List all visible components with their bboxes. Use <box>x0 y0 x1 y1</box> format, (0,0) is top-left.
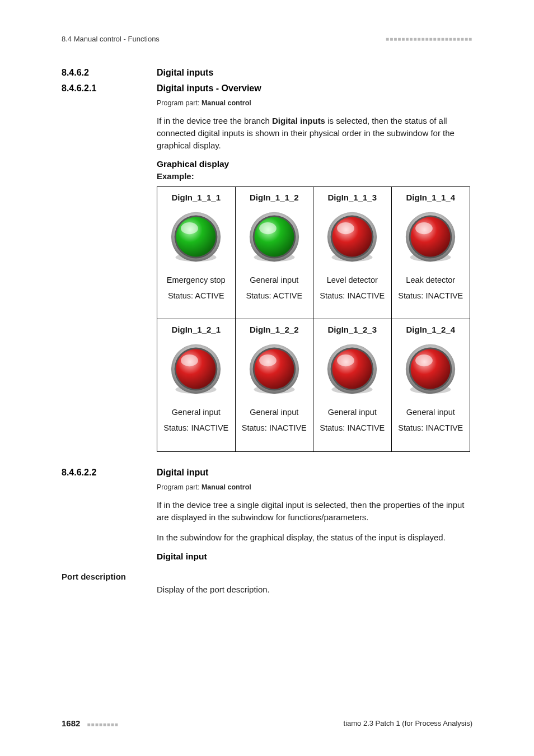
footer-dots: ■■■■■■■■ <box>87 721 119 727</box>
digital-input-label: General input <box>328 407 377 418</box>
status-lamp-inactive-icon <box>404 210 457 264</box>
digital-input-heading: Digital input <box>157 552 472 562</box>
digital-input-status: Status: INAC­TIVE <box>242 423 307 434</box>
digital-inputs-grid: DigIn_1_1_1 Emergency stopStatus: ACTIVE… <box>157 186 470 452</box>
running-header: 8.4 Manual control - Functions ■■■■■■■■■… <box>62 35 472 43</box>
digital-input-label: Emergency stop <box>167 275 226 286</box>
digital-input-cell: DigIn_1_1_3 Level detectorStatus: INAC­T… <box>313 187 392 319</box>
input-paragraph-1: If in the device tree a single digital i… <box>157 499 472 524</box>
digital-input-label: General input <box>250 275 298 286</box>
svg-point-39 <box>415 354 433 366</box>
footer-product: tiamo 2.3 Patch 1 (for Process Analysis) <box>344 719 472 727</box>
digital-input-id: DigIn_1_1_3 <box>327 193 377 202</box>
digital-input-label: General input <box>406 407 455 418</box>
digital-input-label: General input <box>172 407 221 418</box>
section-digital-input: 8.4.6.2.2 Digital input <box>62 468 472 478</box>
status-lamp-inactive-icon <box>404 342 457 396</box>
port-description-body: Display of the port description. <box>157 584 472 596</box>
example-label: Example: <box>157 171 472 181</box>
digital-input-id: DigIn_1_2_2 <box>250 325 299 334</box>
digital-input-cell: DigIn_1_2_3 General inputStatus: INAC­TI… <box>313 319 392 451</box>
status-lamp-inactive-icon <box>247 342 301 396</box>
status-lamp-inactive-icon <box>169 342 223 396</box>
digital-input-status: Status: INAC­TIVE <box>163 423 228 434</box>
svg-point-29 <box>259 354 277 366</box>
status-lamp-active-icon <box>247 210 301 264</box>
section-digital-inputs-overview: 8.4.6.2.1 Digital inputs - Overview <box>62 83 472 94</box>
page-number-value: 1682 <box>62 718 80 728</box>
section-digital-inputs: 8.4.6.2 Digital inputs <box>62 68 472 78</box>
digital-input-cell: DigIn_1_2_4 General inputStatus: INAC­TI… <box>392 319 470 451</box>
digital-input-id: DigIn_1_2_1 <box>171 325 221 334</box>
svg-point-8 <box>254 217 294 257</box>
svg-point-23 <box>176 349 216 389</box>
digital-input-cell: DigIn_1_1_1 Emergency stopStatus: ACTIVE <box>157 187 236 319</box>
section-title: Digital inputs <box>157 68 213 78</box>
section-number: 8.4.6.2.1 <box>62 83 157 94</box>
digital-input-status: Status: INAC­TIVE <box>320 291 385 302</box>
svg-point-4 <box>181 222 198 234</box>
status-lamp-inactive-icon <box>325 342 379 396</box>
section-title: Digital input <box>157 468 208 478</box>
header-dots: ■■■■■■■■■■■■■■■■■■■■■■ <box>386 36 472 42</box>
digital-input-cell: DigIn_1_2_1 General inputStatus: INAC­TI… <box>157 319 236 451</box>
digital-input-cell: DigIn_1_1_2 General inputStatus: ACTIVE <box>236 187 314 319</box>
svg-point-33 <box>332 349 372 389</box>
digital-input-cell: DigIn_1_1_4 Leak detectorStatus: INAC­TI… <box>392 187 470 319</box>
digital-input-cell: DigIn_1_2_2 General inputStatus: INAC­TI… <box>236 319 314 451</box>
svg-point-18 <box>411 217 451 257</box>
program-part-line: Program part: Manual control <box>157 483 472 491</box>
overview-p1-a: If in the device tree the branch <box>157 116 272 125</box>
section-number: 8.4.6.2 <box>62 68 157 78</box>
digital-input-status: Status: INAC­TIVE <box>320 423 385 434</box>
svg-point-34 <box>337 354 354 366</box>
program-part-prefix: Program part: <box>157 483 202 491</box>
port-description-label: Port description <box>62 572 157 581</box>
program-part-prefix: Program part: <box>157 99 202 107</box>
input-paragraph-2: In the subwindow for the graphical displ… <box>157 531 472 544</box>
svg-point-14 <box>337 222 354 234</box>
graphical-display-heading: Graphical display <box>157 159 472 169</box>
svg-point-19 <box>415 222 433 234</box>
status-lamp-inactive-icon <box>325 210 379 264</box>
svg-point-9 <box>259 222 277 234</box>
section-number: 8.4.6.2.2 <box>62 468 157 478</box>
digital-input-id: DigIn_1_2_3 <box>327 325 377 334</box>
digital-input-id: DigIn_1_1_4 <box>406 193 455 202</box>
svg-point-24 <box>181 354 198 366</box>
page-number: 1682 ■■■■■■■■ <box>62 718 119 728</box>
digital-input-label: Level detector <box>327 275 378 286</box>
digital-input-id: DigIn_1_1_2 <box>250 193 299 202</box>
overview-p1-bold: Digital inputs <box>272 116 325 125</box>
svg-point-38 <box>411 349 451 389</box>
page-footer: 1682 ■■■■■■■■ tiamo 2.3 Patch 1 (for Pro… <box>62 718 472 728</box>
port-description-row: Port description <box>62 572 472 581</box>
section-title: Digital inputs - Overview <box>157 83 261 94</box>
digital-input-label: Leak detector <box>406 275 455 286</box>
overview-paragraph: If in the device tree the branch Digital… <box>157 115 472 151</box>
digital-input-status: Status: ACTIVE <box>246 291 302 302</box>
program-part-line: Program part: Manual control <box>157 99 472 107</box>
digital-input-label: General input <box>250 407 298 418</box>
digital-input-id: DigIn_1_1_1 <box>171 193 221 202</box>
digital-input-status: Status: INAC­TIVE <box>398 291 463 302</box>
header-section-path: 8.4 Manual control - Functions <box>62 35 160 43</box>
svg-point-3 <box>176 217 216 257</box>
digital-input-status: Status: INAC­TIVE <box>398 423 463 434</box>
program-part-value: Manual control <box>202 483 251 491</box>
program-part-value: Manual control <box>202 99 251 107</box>
svg-point-13 <box>332 217 372 257</box>
digital-input-id: DigIn_1_2_4 <box>406 325 455 334</box>
svg-point-28 <box>254 349 294 389</box>
status-lamp-active-icon <box>169 210 223 264</box>
digital-input-status: Status: ACTIVE <box>168 291 224 302</box>
